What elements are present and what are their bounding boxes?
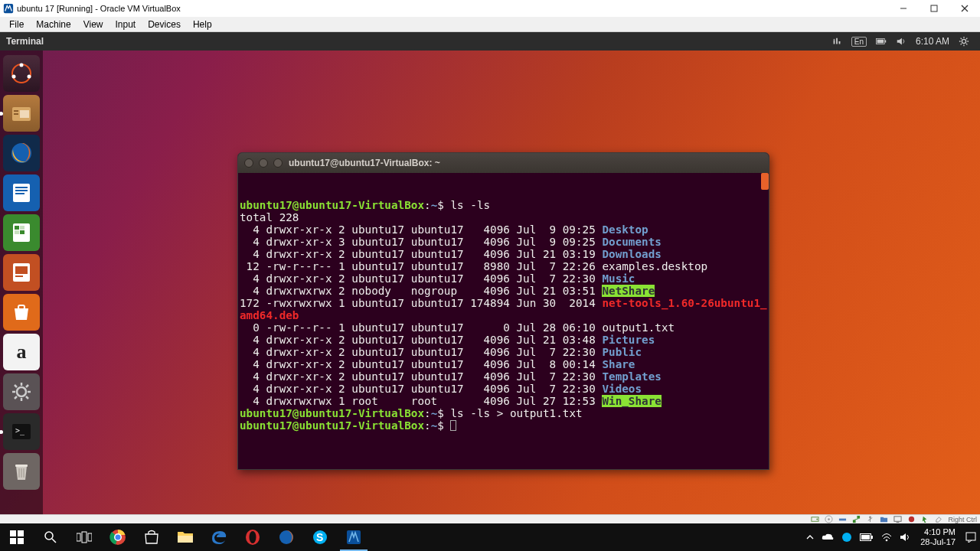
svg-rect-6 bbox=[885, 40, 887, 42]
ubuntu-top-panel: Terminal En 6:10 AM bbox=[0, 32, 980, 51]
virtualbox-menubar: File Machine View Input Devices Help bbox=[0, 17, 980, 32]
host-key-label: Right Ctrl bbox=[948, 516, 977, 523]
taskbar-virtualbox[interactable] bbox=[337, 523, 371, 551]
search-button[interactable] bbox=[34, 523, 67, 551]
svg-rect-67 bbox=[871, 536, 873, 539]
tray-battery-icon[interactable] bbox=[856, 523, 877, 551]
launcher-software[interactable] bbox=[3, 294, 40, 331]
svg-rect-24 bbox=[20, 226, 24, 230]
launcher-trash[interactable] bbox=[3, 453, 40, 490]
menu-devices[interactable]: Devices bbox=[142, 18, 187, 31]
battery-indicator[interactable] bbox=[871, 36, 891, 47]
tray-network-icon[interactable] bbox=[877, 523, 896, 551]
svg-text:S: S bbox=[316, 531, 323, 543]
status-net-icon[interactable] bbox=[851, 515, 861, 524]
network-indicator[interactable] bbox=[827, 36, 847, 47]
launcher-writer[interactable] bbox=[3, 174, 40, 211]
taskbar-store[interactable] bbox=[135, 523, 168, 551]
svg-rect-39 bbox=[839, 519, 846, 521]
svg-rect-49 bbox=[18, 538, 24, 544]
svg-rect-16 bbox=[20, 110, 29, 118]
status-audio-icon[interactable] bbox=[838, 515, 847, 524]
language-indicator[interactable]: En bbox=[847, 37, 871, 47]
menu-machine[interactable]: Machine bbox=[30, 18, 77, 31]
terminal-close-icon[interactable] bbox=[244, 158, 253, 168]
clock-indicator[interactable]: 6:10 AM bbox=[911, 36, 954, 47]
taskbar-firefox[interactable] bbox=[270, 523, 303, 551]
svg-rect-23 bbox=[15, 226, 19, 230]
svg-rect-46 bbox=[10, 530, 16, 536]
terminal-maximize-icon[interactable] bbox=[273, 158, 283, 168]
maximize-button[interactable] bbox=[919, 0, 949, 17]
svg-rect-26 bbox=[20, 230, 24, 234]
launcher-firefox[interactable] bbox=[3, 135, 40, 171]
taskbar-skype[interactable]: S bbox=[303, 523, 337, 551]
svg-point-36 bbox=[816, 519, 818, 520]
terminal-window[interactable]: ubuntu17@ubuntu17-VirtualBox: ~ ubuntu17… bbox=[237, 152, 769, 470]
svg-point-17 bbox=[11, 143, 31, 163]
terminal-scrollbar[interactable] bbox=[761, 173, 769, 190]
tray-volume-icon[interactable] bbox=[896, 523, 914, 551]
svg-point-50 bbox=[45, 532, 53, 540]
svg-rect-58 bbox=[178, 536, 193, 543]
start-button[interactable] bbox=[0, 523, 34, 551]
launcher-dash[interactable] bbox=[3, 55, 40, 92]
tray-notifications-icon[interactable] bbox=[962, 523, 980, 551]
terminal-content[interactable]: ubuntu17@ubuntu17-VirtualBox:~$ ls -ls t… bbox=[238, 173, 769, 469]
svg-rect-34 bbox=[15, 465, 28, 467]
menu-file[interactable]: File bbox=[3, 18, 30, 31]
taskview-button[interactable] bbox=[67, 523, 101, 551]
tray-onedrive-icon[interactable] bbox=[818, 523, 838, 551]
launcher-settings[interactable] bbox=[3, 373, 40, 410]
svg-rect-43 bbox=[894, 517, 901, 521]
svg-rect-20 bbox=[15, 190, 28, 191]
svg-rect-15 bbox=[14, 113, 18, 115]
launcher-calc[interactable] bbox=[3, 214, 40, 251]
active-app-label: Terminal bbox=[6, 36, 44, 47]
status-display-icon[interactable] bbox=[893, 515, 902, 524]
taskbar-opera[interactable] bbox=[236, 523, 270, 551]
svg-rect-40 bbox=[853, 520, 856, 523]
minimize-button[interactable] bbox=[888, 0, 919, 17]
menu-input[interactable]: Input bbox=[109, 18, 142, 31]
svg-rect-53 bbox=[82, 532, 87, 543]
taskbar-chrome[interactable] bbox=[101, 523, 135, 551]
tray-clock[interactable]: 4:10 PM 28-Jul-17 bbox=[914, 527, 962, 547]
terminal-minimize-icon[interactable] bbox=[259, 158, 268, 168]
ubuntu-desktop: Terminal En 6:10 AM a >_ ubuntu17@ubuntu… bbox=[0, 32, 980, 514]
tray-chevron-icon[interactable] bbox=[802, 523, 818, 551]
svg-point-9 bbox=[12, 64, 31, 83]
taskbar-explorer[interactable] bbox=[168, 523, 202, 551]
launcher-terminal[interactable]: >_ bbox=[3, 413, 40, 450]
gear-indicator[interactable] bbox=[954, 36, 974, 47]
menu-view[interactable]: View bbox=[77, 18, 109, 31]
taskbar-edge[interactable] bbox=[202, 523, 236, 551]
close-button[interactable] bbox=[949, 0, 980, 17]
terminal-titlebar[interactable]: ubuntu17@ubuntu17-VirtualBox: ~ bbox=[238, 153, 769, 173]
svg-point-8 bbox=[962, 39, 965, 43]
svg-rect-25 bbox=[15, 230, 19, 234]
status-key-icon[interactable] bbox=[934, 515, 943, 524]
svg-point-69 bbox=[886, 540, 888, 542]
status-cd-icon[interactable] bbox=[824, 515, 833, 524]
status-hdd-icon[interactable] bbox=[810, 515, 819, 524]
svg-rect-19 bbox=[15, 187, 28, 188]
svg-rect-7 bbox=[877, 40, 884, 44]
windows-tray: 4:10 PM 28-Jul-17 bbox=[802, 523, 980, 551]
tray-skype-icon[interactable] bbox=[838, 523, 856, 551]
svg-point-45 bbox=[909, 517, 914, 522]
menu-help[interactable]: Help bbox=[187, 18, 218, 31]
launcher-impress[interactable] bbox=[3, 254, 40, 291]
status-folder-icon[interactable] bbox=[879, 515, 888, 524]
launcher-files[interactable] bbox=[3, 95, 40, 132]
status-rec-icon[interactable] bbox=[906, 515, 916, 524]
launcher-amazon[interactable]: a bbox=[3, 334, 40, 370]
status-usb-icon[interactable] bbox=[865, 515, 874, 524]
svg-rect-48 bbox=[10, 538, 16, 544]
svg-point-12 bbox=[12, 75, 16, 79]
svg-rect-52 bbox=[77, 533, 80, 541]
virtualbox-icon bbox=[3, 3, 14, 14]
status-mouse-icon[interactable] bbox=[920, 515, 929, 524]
volume-indicator[interactable] bbox=[891, 36, 911, 47]
svg-point-31 bbox=[17, 387, 26, 396]
